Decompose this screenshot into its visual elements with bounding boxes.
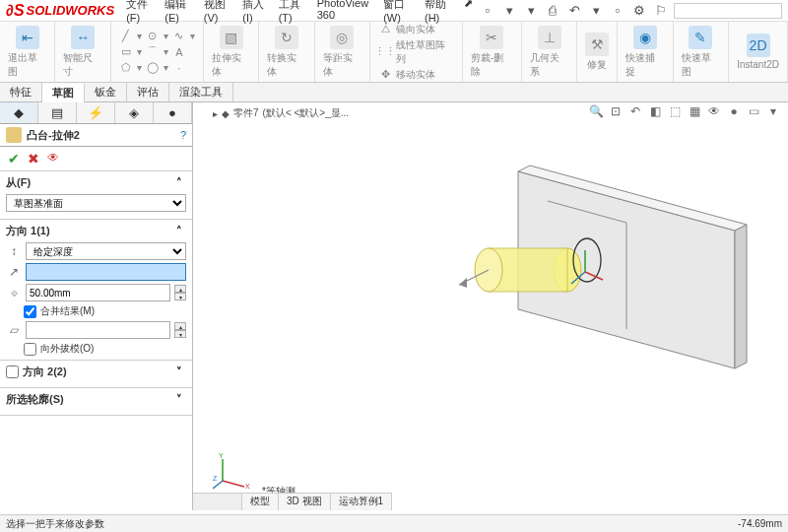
trim-button[interactable]: ✂ 剪裁-删除 [471, 26, 513, 79]
new-icon[interactable]: ▫ [479, 2, 496, 20]
offset-button[interactable]: ◎ 等距实体 [323, 26, 361, 79]
depth-spinner[interactable]: ▴▾ [174, 285, 186, 300]
mirror-row[interactable]: ⧊镜向实体 [378, 23, 454, 36]
direction-input[interactable] [26, 263, 186, 281]
rapid-snap-button[interactable]: ◉ 快速捕捉 [625, 26, 664, 79]
zoom-fit-icon[interactable]: 🔍 [587, 102, 605, 120]
status-prompt: 选择一把手来修改参数 [6, 517, 104, 531]
help-icon[interactable]: ? [180, 129, 186, 141]
cancel-button[interactable]: ✖ [28, 151, 39, 166]
model-view[interactable] [429, 142, 764, 418]
hide-show-icon[interactable]: 👁 [705, 102, 723, 120]
open-icon[interactable]: ▾ [500, 2, 518, 20]
previous-view-icon[interactable]: ↶ [626, 102, 644, 120]
tab-sheet-metal[interactable]: 钣金 [85, 83, 127, 101]
smart-dimension-button[interactable]: ↔ 智能尺寸 [63, 26, 101, 79]
zoom-area-icon[interactable]: ⊡ [607, 102, 624, 120]
tab-blank[interactable] [193, 494, 242, 510]
rect-icon: ▭ [119, 45, 133, 59]
revolve-icon: ↻ [275, 26, 298, 49]
options-icon[interactable]: ⚙ [630, 2, 648, 20]
chevron-up-icon[interactable]: ˄ [172, 176, 186, 189]
chevron-up-icon[interactable]: ˄ [172, 225, 186, 237]
tab-model[interactable]: 模型 [242, 494, 279, 510]
sketch-poly-tool[interactable]: ⬠▾ ◯▾ · [119, 61, 195, 75]
sketch-rect-tool[interactable]: ▭▾ ⌒▾ A [119, 45, 195, 59]
draft-icon[interactable]: ▱ [6, 322, 22, 338]
pattern-row[interactable]: ⋮⋮线性草图阵列 [378, 38, 454, 66]
tab-motion[interactable]: 运动算例1 [331, 494, 393, 510]
move-row[interactable]: ✥移动实体 [378, 68, 454, 82]
merge-label: 合并结果(M) [40, 304, 95, 318]
flag-icon[interactable]: ⚐ [652, 2, 670, 20]
tab-sketch[interactable]: 草图 [42, 84, 85, 102]
content-area: ◆ ▤ ⚡ ◈ ● 凸台-拉伸2 ? ✔ ✖ 👁 从(F)˄ 草图基准面 方向 … [0, 102, 788, 510]
snap-icon: ◉ [633, 26, 657, 49]
tab-3d-view[interactable]: 3D 视图 [279, 494, 331, 510]
pm-tab-appearance[interactable]: ● [154, 102, 192, 123]
tab-evaluate[interactable]: 评估 [127, 83, 169, 101]
revolve-button[interactable]: ↻ 转换实体 [267, 26, 305, 79]
pm-tab-config[interactable]: ⚡ [77, 102, 115, 123]
extrude-feature-icon [6, 127, 22, 143]
pm-tab-feature-tree[interactable]: ◆ [0, 102, 38, 123]
appearance-icon[interactable]: ● [725, 102, 743, 120]
rapid-sketch-label: 快速草图 [682, 51, 720, 79]
graphics-area[interactable]: ▸ ◆ 零件7 (默认< <默认>_显... 🔍 ⊡ ↶ ◧ ⬚ ▦ 👁 ● ▭… [193, 102, 788, 510]
app-logo: ∂S SOLIDWORKS [0, 2, 120, 20]
pm-tab-display[interactable]: ◈ [115, 102, 154, 123]
part-icon: ◆ [222, 108, 230, 119]
settings-dropdown-icon[interactable]: ▾ [764, 102, 782, 120]
instant2d-button[interactable]: 2D Instant2D [737, 33, 779, 70]
save-icon[interactable]: ▾ [522, 2, 540, 20]
chevron-down-icon[interactable]: ˅ [172, 366, 186, 378]
from-select[interactable]: 草图基准面 [6, 194, 186, 212]
smart-dim-label: 智能尺寸 [63, 51, 101, 79]
rebuild-icon[interactable]: ▫ [609, 2, 626, 20]
exit-sketch-button[interactable]: ⇤ 退出草图 [8, 26, 46, 79]
repair-button[interactable]: ⚒ 修复 [585, 33, 609, 72]
revolve-label: 转换实体 [267, 51, 305, 79]
chevron-down-icon[interactable]: ˅ [172, 393, 186, 406]
repair-icon: ⚒ [585, 33, 609, 56]
draft-spinner[interactable]: ▴▾ [174, 322, 186, 338]
relations-button[interactable]: ⊥ 几何关系 [530, 26, 568, 79]
exit-sketch-label: 退出草图 [8, 51, 46, 79]
tab-render[interactable]: 渲染工具 [169, 83, 233, 101]
scene-icon[interactable]: ▭ [745, 102, 762, 120]
point-icon: · [172, 61, 186, 75]
arc-icon: ⌒ [146, 45, 160, 59]
reverse-direction-icon[interactable]: ↕ [6, 243, 22, 259]
search-input[interactable] [674, 3, 782, 19]
draft-input[interactable] [26, 321, 170, 339]
undo-icon[interactable]: ↶ [565, 2, 583, 20]
outward-checkbox[interactable] [24, 343, 36, 356]
merge-checkbox[interactable] [24, 305, 36, 318]
section-view-icon[interactable]: ◧ [646, 102, 664, 120]
end-condition-select[interactable]: 给定深度 [26, 242, 186, 260]
relations-label: 几何关系 [530, 51, 568, 79]
redo-icon[interactable]: ▾ [587, 2, 605, 20]
direction-icon[interactable]: ↗ [6, 264, 22, 280]
view-orientation-icon[interactable]: ⬚ [666, 102, 684, 120]
ok-button[interactable]: ✔ [8, 151, 20, 166]
tab-feature[interactable]: 特征 [0, 83, 42, 101]
outward-label: 向外拔模(O) [40, 342, 94, 356]
pm-tabs: ◆ ▤ ⚡ ◈ ● [0, 102, 192, 124]
breadcrumb[interactable]: ▸ ◆ 零件7 (默认< <默认>_显... [213, 106, 349, 120]
preview-toggle[interactable]: 👁 [47, 151, 59, 166]
depth-icon: ⟐ [6, 285, 22, 300]
pm-tab-property[interactable]: ▤ [38, 102, 77, 123]
instant2d-icon: 2D [747, 33, 770, 57]
svg-text:X: X [245, 483, 250, 490]
view-triad[interactable]: Y X Z [213, 451, 252, 491]
contours-label: 所选轮廓(S) [6, 392, 64, 407]
sketch-line-tool[interactable]: ╱▾ ⊙▾ ∿▾ [119, 30, 195, 43]
rapid-sketch-button[interactable]: ✎ 快速草图 [682, 26, 720, 79]
print-icon[interactable]: ⎙ [544, 2, 561, 20]
depth-input[interactable] [26, 284, 170, 301]
display-style-icon[interactable]: ▦ [686, 102, 703, 120]
tree-expand-icon[interactable]: ▸ [213, 108, 218, 119]
boss-extrude-button[interactable]: ▧ 拉伸实体 [212, 26, 250, 79]
dir2-checkbox[interactable] [6, 366, 19, 378]
